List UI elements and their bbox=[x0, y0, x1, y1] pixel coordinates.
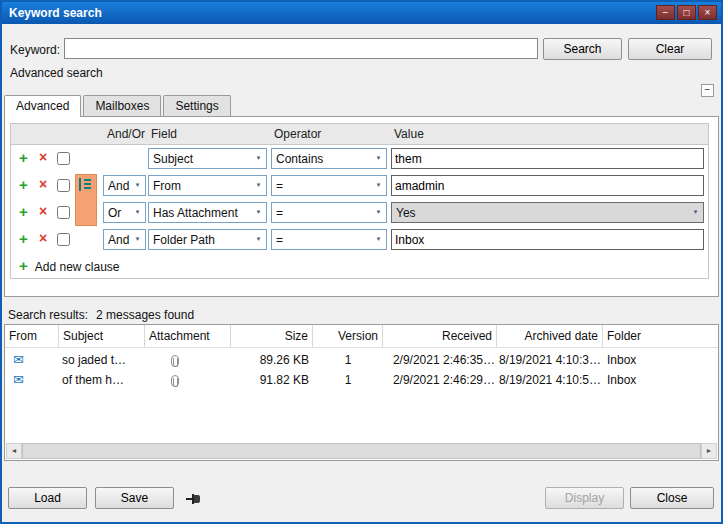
remove-clause-icon[interactable]: × bbox=[39, 203, 47, 219]
dropdown-arrow-icon: ▼ bbox=[372, 176, 385, 195]
column-header-received[interactable]: Received bbox=[383, 325, 497, 348]
add-clause-icon[interactable]: + bbox=[19, 203, 28, 220]
field-select[interactable]: Subject ▼ bbox=[148, 148, 267, 169]
dropdown-arrow-icon: ▼ bbox=[131, 203, 144, 222]
remove-clause-icon[interactable]: × bbox=[39, 176, 47, 192]
dropdown-arrow-icon: ▼ bbox=[252, 149, 265, 168]
close-button[interactable]: Close bbox=[630, 487, 714, 509]
collapse-toggle[interactable]: − bbox=[701, 84, 714, 97]
field-select[interactable]: Folder Path ▼ bbox=[148, 229, 267, 250]
dropdown-arrow-icon: ▼ bbox=[372, 230, 385, 249]
keyword-input[interactable] bbox=[64, 38, 538, 59]
remove-clause-icon[interactable]: × bbox=[39, 149, 47, 165]
search-results-summary: Search results:2 messages found bbox=[8, 308, 194, 322]
column-header-from[interactable]: From bbox=[5, 325, 59, 348]
clause-checkbox[interactable] bbox=[57, 233, 70, 246]
clause-row: + × And ▼ Folder Path ▼ = ▼ bbox=[11, 226, 708, 253]
add-icon: + bbox=[19, 257, 28, 274]
add-clause-icon[interactable]: + bbox=[19, 149, 28, 166]
cell-archived-date: 8/19/2021 4:10:3… bbox=[497, 353, 601, 367]
column-header-subject[interactable]: Subject bbox=[59, 325, 145, 348]
titlebar[interactable]: Keyword search − □ × bbox=[2, 2, 721, 24]
operator-select-value: = bbox=[276, 179, 371, 193]
operator-select[interactable]: = ▼ bbox=[271, 229, 387, 250]
field-select[interactable]: Has Attachment ▼ bbox=[148, 202, 267, 223]
dropdown-arrow-icon: ▼ bbox=[252, 203, 265, 222]
field-select[interactable]: From ▼ bbox=[148, 175, 267, 196]
dropdown-arrow-icon: ▼ bbox=[131, 230, 144, 249]
dropdown-arrow-icon: ▼ bbox=[372, 203, 385, 222]
column-header-archived-date[interactable]: Archived date bbox=[497, 325, 603, 348]
clause-checkbox[interactable] bbox=[57, 179, 70, 192]
scroll-left-icon[interactable]: ◄ bbox=[6, 443, 22, 459]
clause-checkbox[interactable] bbox=[57, 206, 70, 219]
operator-select[interactable]: = ▼ bbox=[271, 175, 387, 196]
cell-folder: Inbox bbox=[607, 353, 636, 367]
load-button[interactable]: Load bbox=[8, 487, 87, 509]
clause-row: + × And ▼ From ▼ = ▼ bbox=[11, 172, 708, 199]
operator-select[interactable]: Contains ▼ bbox=[271, 148, 387, 169]
column-header-version[interactable]: Version bbox=[313, 325, 383, 348]
results-header-row: From Subject Attachment Size Version Rec… bbox=[5, 325, 718, 348]
keyword-label: Keyword: bbox=[10, 43, 60, 57]
cell-received: 2/9/2021 2:46:29… bbox=[383, 373, 495, 387]
cell-size: 89.26 KB bbox=[231, 353, 309, 367]
pin-icon[interactable] bbox=[186, 492, 204, 505]
close-icon[interactable]: × bbox=[698, 5, 717, 20]
header-andor: And/Or bbox=[107, 127, 145, 141]
minimize-icon[interactable]: − bbox=[656, 5, 675, 20]
table-row[interactable]: ✉ of them h… 91.82 KB 1 2/9/2021 2:46:29… bbox=[5, 371, 718, 391]
results-table: From Subject Attachment Size Version Rec… bbox=[4, 324, 719, 461]
andor-select[interactable]: Or ▼ bbox=[103, 202, 146, 223]
envelope-icon: ✉ bbox=[13, 352, 24, 367]
add-new-clause-label: Add new clause bbox=[35, 260, 120, 274]
clause-checkbox[interactable] bbox=[57, 152, 70, 165]
cell-version: 1 bbox=[313, 353, 383, 367]
keyword-search-window: Keyword search − □ × Keyword: Search Cle… bbox=[0, 0, 723, 524]
tab-settings[interactable]: Settings bbox=[163, 95, 230, 116]
column-header-folder[interactable]: Folder bbox=[603, 325, 718, 348]
maximize-icon[interactable]: □ bbox=[677, 5, 696, 20]
cell-folder: Inbox bbox=[607, 373, 636, 387]
cell-version: 1 bbox=[313, 373, 383, 387]
andor-select[interactable]: And ▼ bbox=[103, 229, 146, 250]
horizontal-scrollbar[interactable]: ◄ ► bbox=[6, 443, 717, 459]
clear-button[interactable]: Clear bbox=[628, 38, 712, 60]
header-field: Field bbox=[151, 127, 177, 141]
value-input[interactable] bbox=[391, 175, 704, 196]
scrollbar-thumb[interactable] bbox=[22, 443, 701, 459]
value-input[interactable] bbox=[391, 229, 704, 250]
tab-advanced[interactable]: Advanced bbox=[4, 95, 81, 117]
table-row[interactable]: ✉ so jaded t… 89.26 KB 1 2/9/2021 2:46:3… bbox=[5, 351, 718, 371]
andor-select[interactable]: And ▼ bbox=[103, 175, 146, 196]
header-value: Value bbox=[394, 127, 424, 141]
save-button[interactable]: Save bbox=[95, 487, 174, 509]
dropdown-arrow-icon: ▼ bbox=[252, 176, 265, 195]
add-new-clause-link[interactable]: +Add new clause bbox=[19, 257, 120, 274]
dropdown-arrow-icon: ▼ bbox=[131, 176, 144, 195]
dropdown-arrow-icon: ▼ bbox=[689, 203, 702, 222]
remove-clause-icon[interactable]: × bbox=[39, 230, 47, 246]
add-clause-icon[interactable]: + bbox=[19, 230, 28, 247]
value-input[interactable] bbox=[391, 148, 704, 169]
search-button[interactable]: Search bbox=[543, 38, 622, 60]
cell-received: 2/9/2021 2:46:35… bbox=[383, 353, 495, 367]
column-header-size[interactable]: Size bbox=[231, 325, 313, 348]
column-header-attachment[interactable]: Attachment bbox=[145, 325, 231, 348]
tab-strip: Advanced Mailboxes Settings bbox=[4, 95, 233, 117]
operator-select-value: = bbox=[276, 206, 371, 220]
andor-select-value: Or bbox=[108, 206, 130, 220]
header-operator: Operator bbox=[274, 127, 321, 141]
tab-mailboxes[interactable]: Mailboxes bbox=[83, 95, 161, 116]
value-select[interactable]: Yes ▼ bbox=[391, 202, 704, 223]
dropdown-arrow-icon: ▼ bbox=[372, 149, 385, 168]
envelope-icon: ✉ bbox=[13, 372, 24, 387]
advanced-search-label: Advanced search bbox=[10, 66, 103, 80]
paperclip-icon bbox=[171, 375, 179, 390]
window-title: Keyword search bbox=[9, 6, 102, 20]
andor-select-value: And bbox=[108, 233, 130, 247]
scroll-right-icon[interactable]: ► bbox=[701, 443, 717, 459]
operator-select[interactable]: = ▼ bbox=[271, 202, 387, 223]
add-clause-icon[interactable]: + bbox=[19, 176, 28, 193]
field-select-value: Has Attachment bbox=[153, 206, 251, 220]
